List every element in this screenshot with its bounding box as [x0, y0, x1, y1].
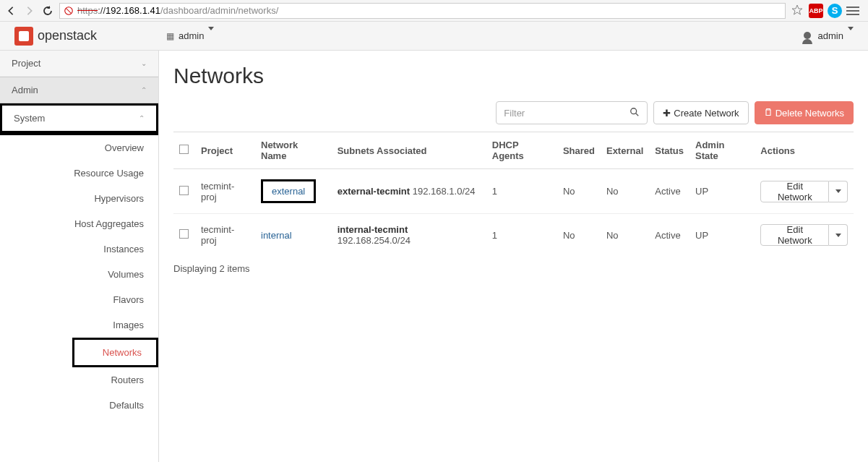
select-all-checkbox[interactable]	[179, 145, 189, 154]
edit-network-button[interactable]: Edit Network	[760, 181, 829, 202]
create-network-button[interactable]: ✚ Create Network	[653, 101, 748, 124]
network-link[interactable]: internal	[261, 230, 292, 241]
chevron-down-icon	[835, 189, 841, 193]
sidebar-item-volumes[interactable]: Volumes	[0, 262, 158, 287]
back-button[interactable]	[4, 4, 17, 17]
sidebar-item-resource-usage[interactable]: Resource Usage	[0, 161, 158, 186]
chevron-down-icon	[848, 30, 854, 41]
sidebar: Project ⌄ Admin ⌃ System ⌃ Overview Reso…	[0, 51, 159, 462]
col-dhcp[interactable]: DHCP Agents	[486, 132, 557, 169]
cell-status: Active	[649, 169, 689, 214]
sidebar-item-overview[interactable]: Overview	[0, 135, 158, 161]
bookmark-icon[interactable]	[791, 4, 804, 17]
url-path: /dashboard/admin/networks/	[160, 5, 278, 16]
logo[interactable]: openstack	[14, 27, 166, 46]
cell-project: tecmint-proj	[195, 214, 255, 257]
delete-networks-button[interactable]: Delete Networks	[755, 101, 854, 124]
highlight-box: external	[261, 179, 316, 203]
cell-project: tecmint-proj	[195, 169, 255, 214]
cell-status: Active	[649, 214, 689, 257]
sidebar-item-images[interactable]: Images	[0, 312, 158, 338]
sidebar-project[interactable]: Project ⌄	[0, 51, 158, 77]
col-project[interactable]: Project	[195, 132, 255, 169]
cell-subnets: external-tecmint 192.168.1.0/24	[332, 169, 486, 214]
cell-dhcp: 1	[486, 169, 557, 214]
cell-actions: Edit Network	[755, 169, 854, 214]
sidebar-item-label: Project	[12, 58, 40, 69]
brand-text: openstack	[38, 28, 97, 43]
chevron-down-icon	[208, 30, 214, 41]
col-actions: Actions	[755, 132, 854, 169]
search-icon[interactable]	[629, 107, 640, 119]
sidebar-item-routers[interactable]: Routers	[0, 367, 158, 393]
col-shared[interactable]: Shared	[557, 132, 601, 169]
sidebar-admin[interactable]: Admin ⌃	[0, 77, 158, 103]
table-row: tecmint-proj external external-tecmint 1…	[173, 169, 854, 214]
filter-placeholder: Filter	[504, 108, 525, 119]
table-row: tecmint-proj internal internal-tecmint 1…	[173, 214, 854, 257]
insecure-icon	[63, 5, 74, 17]
edit-network-button[interactable]: Edit Network	[760, 224, 829, 246]
sidebar-item-networks[interactable]: Networks	[74, 340, 156, 365]
reload-button[interactable]	[42, 5, 53, 17]
skype-icon[interactable]: S	[828, 4, 842, 18]
openstack-logo-icon	[14, 27, 33, 46]
cell-shared: No	[557, 214, 601, 257]
cell-actions: Edit Network	[755, 214, 854, 257]
user-menu-label: admin	[818, 30, 843, 41]
cell-network-name: internal	[255, 214, 332, 257]
row-checkbox[interactable]	[179, 186, 189, 195]
highlight-box: Networks	[72, 338, 158, 367]
browser-menu-icon[interactable]	[846, 7, 859, 15]
forward-button[interactable]	[23, 4, 36, 17]
browser-toolbar: https://192.168.1.41/dashboard/admin/net…	[0, 0, 868, 22]
url-host: 192.168.1.41	[106, 5, 160, 16]
page-title: Networks	[173, 64, 854, 88]
cell-subnets: internal-tecmint 192.168.254.0/24	[332, 214, 486, 257]
col-status[interactable]: Status	[649, 132, 689, 169]
cell-external: No	[601, 169, 649, 214]
col-admin-state[interactable]: Admin State	[689, 132, 755, 169]
actions-dropdown[interactable]	[829, 181, 848, 202]
sidebar-item-defaults[interactable]: Defaults	[0, 393, 158, 418]
sidebar-item-instances[interactable]: Instances	[0, 236, 158, 262]
url-bar[interactable]: https://192.168.1.41/dashboard/admin/net…	[59, 3, 786, 19]
button-label: Create Network	[674, 108, 739, 119]
sidebar-item-label: Admin	[12, 85, 38, 95]
user-menu[interactable]: admin	[804, 30, 854, 42]
project-selector[interactable]: ▦ admin	[166, 30, 214, 41]
app-header: openstack ▦ admin admin	[0, 22, 868, 51]
col-external[interactable]: External	[601, 132, 649, 169]
trash-icon	[764, 108, 773, 119]
svg-point-1	[631, 108, 637, 114]
project-icon: ▦	[166, 31, 174, 41]
col-subnets[interactable]: Subnets Associated	[332, 132, 486, 169]
url-sep: ://	[98, 5, 106, 16]
network-link[interactable]: external	[272, 186, 305, 197]
main-content: Networks Filter ✚ Create Network Delete …	[159, 51, 868, 462]
url-protocol: https	[77, 5, 98, 16]
actions-dropdown[interactable]	[829, 224, 848, 246]
chevron-up-icon: ⌃	[139, 114, 145, 122]
sidebar-system[interactable]: System ⌃	[0, 103, 158, 135]
subnet-name: internal-tecmint	[338, 224, 408, 235]
adblock-icon[interactable]: ABP	[809, 4, 823, 18]
filter-input[interactable]: Filter	[496, 101, 648, 124]
cell-dhcp: 1	[486, 214, 557, 257]
cell-admin-state: UP	[689, 214, 755, 257]
networks-table: Project Network Name Subnets Associated …	[173, 132, 854, 256]
sidebar-item-flavors[interactable]: Flavors	[0, 287, 158, 312]
sidebar-item-hypervisors[interactable]: Hypervisors	[0, 186, 158, 211]
row-checkbox[interactable]	[179, 229, 189, 239]
toolbar-right: ABP S	[791, 4, 864, 18]
cell-shared: No	[557, 169, 601, 214]
chevron-down-icon	[835, 234, 841, 237]
subnet-name: external-tecmint	[338, 186, 410, 197]
col-network-name[interactable]: Network Name	[255, 132, 332, 169]
table-footer: Displaying 2 items	[173, 256, 854, 281]
sidebar-item-label: System	[14, 113, 45, 124]
project-selector-label: admin	[179, 30, 204, 41]
cell-admin-state: UP	[689, 169, 755, 214]
button-label: Delete Networks	[775, 108, 844, 119]
sidebar-item-host-aggregates[interactable]: Host Aggregates	[0, 211, 158, 236]
